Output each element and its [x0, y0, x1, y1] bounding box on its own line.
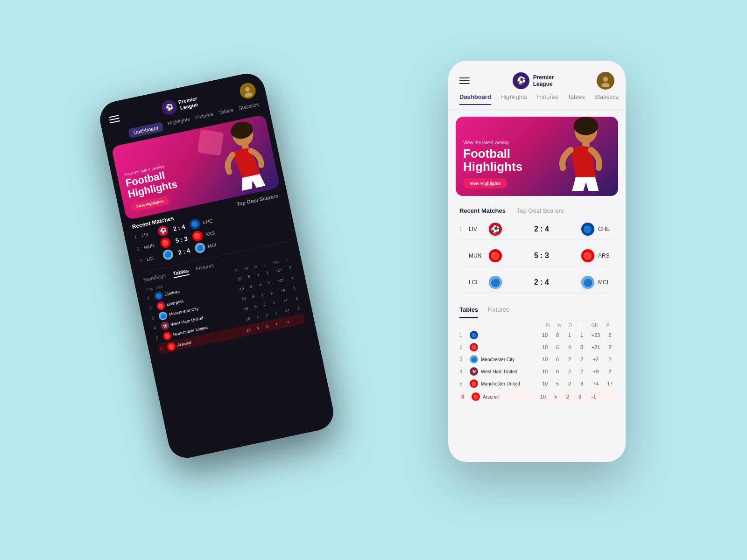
light-hamburger-icon[interactable] — [459, 77, 470, 84]
light-fixtures-tab[interactable]: Fixtures — [487, 306, 509, 318]
light-standings-row-6: 6 🔴 Arsenal 10 5 2 3 -1 — [459, 392, 614, 402]
light-section-tabs: Recent Matches Top Goal Scorers — [459, 207, 614, 214]
svg-text:⚽: ⚽ — [516, 76, 526, 85]
light-match-row-1: 1 LIV ⚽ 2 : 4 🔵 CHE — [459, 219, 614, 240]
svg-point-12 — [574, 117, 599, 135]
svg-point-10 — [601, 83, 609, 87]
light-mancity-badge: 🔵 — [581, 276, 594, 289]
light-avatar[interactable] — [597, 72, 614, 90]
svg-point-2 — [245, 87, 250, 92]
light-hero-cta-button[interactable]: View Highlights — [463, 178, 507, 189]
light-standings-row-1: 1 🔵 10 8 1 1 +23 2 — [459, 331, 614, 339]
light-standings-row-5: 5 🔴 Manchester United 10 5 2 3 +4 17 — [459, 379, 614, 388]
light-hero-subtitle: View the latest weekly — [463, 140, 522, 145]
light-hero-banner: View the latest weekly Football Highligh… — [456, 117, 618, 196]
liverpool-badge-dark: ⚽ — [157, 225, 169, 237]
light-nav: Dashboard Highlights Fixtures Tables Sta… — [448, 93, 626, 111]
dark-tables-tab[interactable]: Tables — [172, 267, 190, 278]
light-manutd-badge: 🔴 — [489, 249, 502, 262]
svg-point-9 — [603, 77, 608, 82]
dark-logo-area: ⚽ Premier League — [160, 94, 199, 117]
dark-fixtures-tab[interactable]: Fixtures — [195, 262, 215, 273]
light-matches-section: Recent Matches Top Goal Scorers 1 LIV ⚽ … — [448, 202, 626, 302]
light-hero-title: Football Highlights — [463, 147, 522, 174]
light-hero-player — [543, 117, 618, 196]
dark-avatar[interactable] — [238, 81, 257, 100]
light-match-row-2: MUN 🔴 5 : 3 🔴 ARS — [459, 245, 614, 266]
light-matches-tab[interactable]: Recent Matches — [459, 207, 506, 214]
light-tables-tabs: Tables Fixtures — [459, 306, 614, 318]
light-nav-statistics[interactable]: Statistics — [594, 93, 619, 105]
arsenal-badge-dark: 🔴 — [191, 230, 204, 242]
app-scene: ⚽ Premier League Dashboard Hig — [93, 47, 654, 513]
light-hero-text: View the latest weekly Football Highligh… — [463, 140, 522, 189]
light-nav-dashboard[interactable]: Dashboard — [459, 93, 491, 105]
chelsea-badge-dark: 🔵 — [189, 218, 201, 230]
light-nav-fixtures[interactable]: Fixtures — [536, 93, 558, 105]
light-standings-row-4: 4 ⚒ West Ham United 10 6 2 2 +9 2 — [459, 367, 614, 376]
dark-logo-text: Premier League — [178, 95, 199, 111]
light-standings-row-2: 2 🔴 10 6 4 0 +21 2 — [459, 343, 614, 351]
leicester-badge-dark: 🔵 — [162, 249, 174, 261]
light-tables-tab[interactable]: Tables — [459, 306, 478, 318]
light-scorers-tab[interactable]: Top Goal Scorers — [517, 207, 564, 214]
dark-phone: ⚽ Premier League Dashboard Hig — [97, 70, 337, 462]
light-logo-text: Premier League — [533, 74, 554, 88]
light-tables-section: Tables Fixtures Pl W D L GD P 1 🔵 — [448, 302, 626, 409]
light-pl-badge-icon: ⚽ — [513, 72, 529, 89]
light-nav-tables[interactable]: Tables — [567, 93, 585, 105]
light-match-row-3: LCI 🔵 2 : 4 🔵 MCI — [459, 272, 614, 293]
pl-badge-icon: ⚽ — [160, 98, 178, 116]
light-liverpool-badge: ⚽ — [489, 223, 502, 236]
light-standings-row-3: 3 🔵 Manchester City 10 6 2 2 +2 2 — [459, 355, 614, 364]
manutd-badge-dark: 🔴 — [159, 237, 171, 249]
light-logo-area: ⚽ Premier League — [513, 72, 554, 89]
light-header: ⚽ Premier League — [448, 72, 626, 93]
light-phone: ⚽ Premier League Dashboard Hig — [448, 61, 626, 462]
light-chelsea-badge: 🔵 — [581, 223, 594, 236]
light-arsenal-badge: 🔴 — [581, 249, 594, 262]
light-nav-highlights[interactable]: Highlights — [500, 93, 527, 105]
svg-point-3 — [245, 92, 253, 98]
mancity-badge-dark: 🔵 — [194, 242, 206, 254]
dark-standings-tab[interactable]: Standings — [143, 273, 167, 285]
player-silhouette-light — [543, 117, 618, 196]
light-leicester-badge: 🔵 — [489, 276, 502, 289]
hamburger-icon[interactable] — [109, 115, 120, 123]
